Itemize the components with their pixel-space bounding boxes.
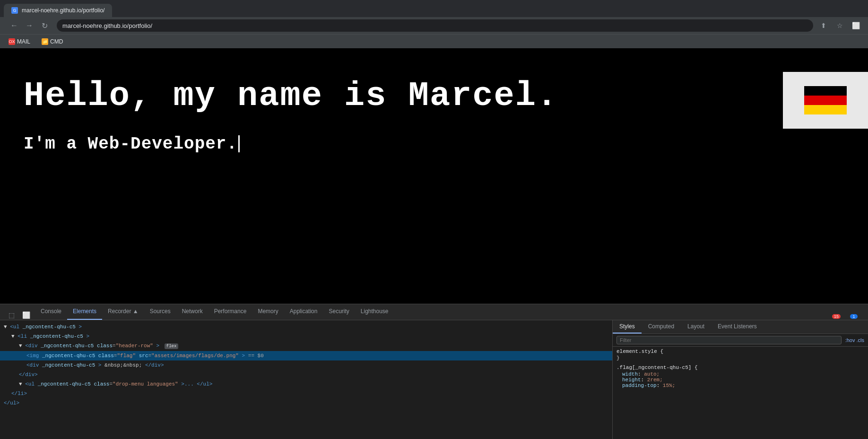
bookmark-mail-label: MAIL <box>17 38 30 45</box>
style-selector-element: element.style { <box>616 349 864 354</box>
tab-performance[interactable]: Performance <box>208 304 252 320</box>
tab-elements[interactable]: Elements <box>67 304 102 320</box>
code-line-8[interactable]: </li> <box>0 389 612 398</box>
bookmark-mail[interactable]: OX MAIL <box>6 37 33 46</box>
code-line-6[interactable]: </div> <box>0 370 612 379</box>
tab-memory[interactable]: Memory <box>252 304 284 320</box>
warnings-count-badge: 1 <box>850 314 858 319</box>
code-line-3[interactable]: ▼ <div _ngcontent-qhu-c5 class="header-r… <box>0 341 612 351</box>
style-close-element: } <box>616 355 864 361</box>
tab-styles-label: Styles <box>619 323 635 330</box>
styles-filter-row: :hov .cls <box>613 334 868 347</box>
code-line-7[interactable]: ▼ <ul _ngcontent-qhu-c5 class="drop-menu… <box>0 379 612 389</box>
active-tab[interactable]: G marcel-noehre.github.io/portfolio/ <box>4 4 112 17</box>
styles-tabs: Styles Computed Layout Event Listeners <box>613 320 868 334</box>
code-line-2[interactable]: ▼ <li _ngcontent-qhu-c5 > <box>0 332 612 341</box>
filter-pseudo-buttons[interactable]: :hov .cls <box>845 337 864 343</box>
arrow-1: ▼ <box>4 324 7 330</box>
back-button[interactable]: ← <box>8 19 21 32</box>
flag-black-stripe <box>804 86 847 96</box>
flag-red-stripe <box>804 96 847 105</box>
hero-subtitle: I'm a Web-Developer. <box>24 134 558 154</box>
arrow-3: ▼ <box>19 343 22 349</box>
styles-content: element.style { } .flag[_ngcontent-qhu-c… <box>613 347 868 439</box>
tab-title: marcel-noehre.github.io/portfolio/ <box>22 7 104 14</box>
german-flag <box>804 86 847 114</box>
tab-event-listeners-label: Event Listeners <box>718 323 757 330</box>
cursor-blink <box>238 135 240 152</box>
tab-recorder[interactable]: Recorder ▲ <box>102 304 144 320</box>
address-bar[interactable] <box>57 19 813 32</box>
tab-bar: G marcel-noehre.github.io/portfolio/ <box>0 0 868 17</box>
device-toggle-button[interactable]: ⬜ <box>19 310 33 320</box>
devtools-top-icons: 15 1 <box>829 313 864 320</box>
elements-panel: ▼ <ul _ngcontent-qhu-c5 > ▼ <li _ngconte… <box>0 320 613 439</box>
window-button[interactable]: ⬜ <box>849 19 862 32</box>
arrow-7: ▼ <box>19 381 22 387</box>
style-prop-width: width: auto; <box>616 371 864 377</box>
website-area: Hello, my name is Marcel. I'm a Web-Deve… <box>0 48 868 304</box>
bookmark-bar: OX MAIL 📁 CMD <box>0 34 868 48</box>
cmd-favicon: 📁 <box>42 38 48 45</box>
errors-button[interactable]: 15 <box>829 313 843 320</box>
style-prop-padding-top: padding-top: 15%; <box>616 383 864 388</box>
tab-favicon: G <box>11 7 18 14</box>
hero-text: Hello, my name is Marcel. I'm a Web-Deve… <box>24 77 558 154</box>
tab-memory-label: Memory <box>258 308 278 315</box>
tab-sources[interactable]: Sources <box>144 304 176 320</box>
styles-panel: Styles Computed Layout Event Listeners :… <box>613 320 868 439</box>
forward-button[interactable]: → <box>23 19 36 32</box>
code-line-4-selected[interactable]: <img _ngcontent-qhu-c5 class="flag" src=… <box>0 351 612 360</box>
mail-favicon: OX <box>9 38 15 45</box>
warnings-button[interactable]: 1 <box>847 313 860 320</box>
code-line-9[interactable]: </ul> <box>0 398 612 408</box>
flex-badge: flex <box>165 343 179 349</box>
hero-heading: Hello, my name is Marcel. <box>24 77 558 115</box>
code-line-5[interactable]: <div _ngcontent-qhu-c5 > &nbsp;&nbsp; </… <box>0 360 612 370</box>
devtools-body: ▼ <ul _ngcontent-qhu-c5 > ▼ <li _ngconte… <box>0 320 868 439</box>
tab-application-label: Application <box>290 308 318 315</box>
styles-filter-input[interactable] <box>616 336 842 344</box>
tab-console[interactable]: Console <box>35 304 67 320</box>
style-rule-flag: .flag[_ngcontent-qhu-c5] { width: auto; … <box>616 365 864 388</box>
flag-gold-stripe <box>804 105 847 114</box>
toolbar-right: ⬆ ☆ ⬜ <box>817 19 862 32</box>
tab-layout-label: Layout <box>687 323 704 330</box>
tab-recorder-label: Recorder ▲ <box>108 308 139 315</box>
hero-subtitle-text: I'm a Web-Developer. <box>24 134 237 154</box>
flag-widget[interactable] <box>783 72 868 129</box>
bookmark-cmd[interactable]: 📁 CMD <box>39 37 66 46</box>
errors-count-badge: 15 <box>832 314 841 319</box>
tab-computed-label: Computed <box>648 323 674 330</box>
share-button[interactable]: ⬆ <box>817 19 830 32</box>
tab-elements-label: Elements <box>73 308 96 315</box>
tab-network-label: Network <box>182 308 203 315</box>
bookmark-cmd-label: CMD <box>50 38 63 45</box>
devtools-panel: ⬚ ⬜ Console Elements Recorder ▲ Sources … <box>0 304 868 439</box>
toolbar-left-icons: ← → ↻ <box>6 19 53 32</box>
tab-layout[interactable]: Layout <box>681 320 711 334</box>
tab-network[interactable]: Network <box>176 304 208 320</box>
style-selector-flag: .flag[_ngcontent-qhu-c5] { <box>616 365 864 370</box>
tab-lighthouse[interactable]: Lighthouse <box>355 304 394 320</box>
tab-sources-label: Sources <box>150 308 171 315</box>
tab-event-listeners[interactable]: Event Listeners <box>711 320 764 334</box>
tab-application[interactable]: Application <box>284 304 323 320</box>
devtools-tabs-bar: ⬚ ⬜ Console Elements Recorder ▲ Sources … <box>0 304 868 320</box>
style-prop-height: height: 2rem; <box>616 377 864 383</box>
arrow-2: ▼ <box>11 334 15 339</box>
reload-button[interactable]: ↻ <box>38 19 51 32</box>
tab-security[interactable]: Security <box>323 304 355 320</box>
browser-chrome: G marcel-noehre.github.io/portfolio/ ← →… <box>0 0 868 34</box>
tab-styles[interactable]: Styles <box>613 320 642 334</box>
tab-computed[interactable]: Computed <box>642 320 681 334</box>
tab-security-label: Security <box>329 308 349 315</box>
code-line-1[interactable]: ▼ <ul _ngcontent-qhu-c5 > <box>0 322 612 332</box>
style-rule-element: element.style { } <box>616 349 864 361</box>
bookmark-button[interactable]: ☆ <box>833 19 846 32</box>
tab-console-label: Console <box>41 308 61 315</box>
tab-lighthouse-label: Lighthouse <box>361 308 389 315</box>
devtools-left-actions: ⬚ ⬜ <box>4 310 35 320</box>
toolbar: ← → ↻ ⬆ ☆ ⬜ <box>0 17 868 34</box>
inspect-element-button[interactable]: ⬚ <box>6 310 17 320</box>
